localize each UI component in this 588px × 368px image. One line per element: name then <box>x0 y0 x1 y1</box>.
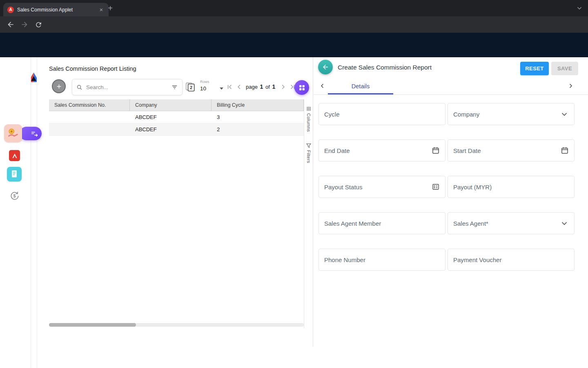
page-indicator: page 1 of 1 <box>244 83 278 90</box>
menu-arrow-icon <box>31 131 38 137</box>
report-form: Cycle Company End Date Start Date <box>318 103 575 271</box>
payout-status-field[interactable]: Payout Status <box>318 176 445 198</box>
create-report-panel: Create Sales Commission Report RESET SAV… <box>314 57 588 347</box>
screen: A Sales Commission Applet × + akaun.clou… <box>0 0 588 368</box>
payout-myr-field[interactable]: Payout (MYR) <box>448 176 575 198</box>
rows-value: 10 <box>200 85 206 92</box>
search-box[interactable] <box>72 79 183 95</box>
first-page-button[interactable] <box>225 82 234 91</box>
reload-icon[interactable] <box>33 20 43 29</box>
sales-agent-member-field[interactable]: Sales Agent Member <box>318 212 445 234</box>
back-arrow-icon <box>322 63 329 71</box>
page-view-toggle-icon[interactable]: 2 <box>185 82 196 92</box>
listing-panel: Sales Commission Report Listing 2 Rows 1 <box>37 57 313 347</box>
table-side-rail: Columns Filters <box>304 99 313 328</box>
cell-company: ABCDEF <box>130 111 212 123</box>
close-icon[interactable]: × <box>98 7 105 13</box>
column-header-company[interactable]: Company <box>130 99 212 111</box>
cell-company: ABCDEF <box>130 123 212 135</box>
panel-title: Create Sales Commission Report <box>338 64 432 71</box>
chevron-down-icon <box>560 110 569 119</box>
plus-icon <box>56 83 62 90</box>
table-row[interactable]: ABCDEF 2 <box>49 123 304 136</box>
tab-favicon: A <box>7 7 14 13</box>
applet-sidebar: $ ⚙ <box>0 57 31 368</box>
columns-rail-label: Columns <box>306 113 311 132</box>
cell-billing-cycle: 3 <box>212 111 304 123</box>
rows-per-page-select[interactable]: Rows 10 <box>200 80 224 92</box>
table-row[interactable]: ABCDEF 3 <box>49 111 304 123</box>
receipt-applet-icon[interactable] <box>7 167 22 182</box>
tab-details[interactable]: Details <box>328 78 393 94</box>
prev-page-button[interactable] <box>234 82 243 91</box>
funnel-icon <box>306 143 311 148</box>
report-table: Sales Commission No. Company Billing Cyc… <box>49 99 304 136</box>
back-button[interactable] <box>318 60 333 74</box>
end-date-field[interactable]: End Date <box>318 139 445 162</box>
browser-tab-strip: A Sales Commission Applet × + <box>0 0 588 16</box>
applet-flyout-pill[interactable] <box>20 127 42 140</box>
new-tab-button[interactable]: + <box>105 2 116 14</box>
currency-exchange-icon[interactable]: $ <box>9 191 20 201</box>
calendar-icon[interactable] <box>432 146 440 155</box>
svg-text:$: $ <box>13 193 16 198</box>
app-header: akaun <box>0 33 588 57</box>
filters-rail-toggle[interactable]: Filters <box>304 143 313 163</box>
tabs-scroll-right-icon[interactable] <box>566 82 575 90</box>
calendar-icon[interactable] <box>561 146 569 155</box>
scrollbar-thumb[interactable] <box>49 323 136 327</box>
table-header-row: Sales Commission No. Company Billing Cyc… <box>49 99 304 111</box>
phone-number-field[interactable]: Phone Number <box>318 249 445 271</box>
cycle-field[interactable]: Cycle <box>318 103 445 125</box>
cell-sales-commission-no <box>49 123 130 135</box>
filter-list-icon[interactable] <box>171 84 178 91</box>
chevron-down-icon <box>560 219 569 228</box>
columns-rail-toggle[interactable]: Columns <box>304 106 313 132</box>
filters-rail-label: Filters <box>306 150 311 163</box>
search-icon <box>76 84 82 90</box>
sales-agent-field[interactable]: Sales Agent* <box>448 212 575 234</box>
caret-down-icon <box>219 87 224 90</box>
chevron-down-icon[interactable] <box>576 4 583 12</box>
svg-text:2: 2 <box>190 85 192 90</box>
save-button[interactable]: SAVE <box>551 62 578 75</box>
horizontal-scrollbar[interactable] <box>49 323 304 327</box>
grid-icon <box>298 84 305 91</box>
browser-toolbar: akaun.cloud/#/applet/tnt/wavelet/erp/int… <box>0 16 588 33</box>
payment-voucher-field[interactable]: Payment Voucher <box>448 249 575 271</box>
browser-tab[interactable]: A Sales Commission Applet × <box>3 3 109 16</box>
reset-button[interactable]: RESET <box>520 62 549 75</box>
cell-billing-cycle: 2 <box>212 123 304 135</box>
listing-title: Sales Commission Report Listing <box>49 65 136 72</box>
sales-commission-applet-icon[interactable] <box>4 124 22 142</box>
back-icon[interactable] <box>6 20 16 29</box>
company-field[interactable]: Company <box>448 103 575 125</box>
pagination: page 1 of 1 <box>225 82 297 91</box>
pdf-applet-icon[interactable] <box>9 150 20 161</box>
next-page-button[interactable] <box>278 82 287 91</box>
column-header-billing-cycle[interactable]: Billing Cycle <box>212 99 304 111</box>
search-input[interactable] <box>85 84 168 91</box>
column-header-sales-commission-no[interactable]: Sales Commission No. <box>49 99 130 111</box>
form-tabs: Details <box>314 78 588 95</box>
cell-sales-commission-no <box>49 111 130 123</box>
tab-title: Sales Commission Applet <box>17 7 95 13</box>
columns-icon <box>306 106 311 111</box>
tabs-scroll-left-icon[interactable] <box>318 82 327 90</box>
add-record-button[interactable] <box>52 79 66 93</box>
rows-label: Rows <box>200 80 224 84</box>
active-tab-underline <box>328 93 393 94</box>
start-date-field[interactable]: Start Date <box>448 139 575 162</box>
grid-view-button[interactable] <box>294 80 309 95</box>
status-list-icon[interactable] <box>432 183 440 191</box>
forward-icon[interactable] <box>20 20 29 29</box>
